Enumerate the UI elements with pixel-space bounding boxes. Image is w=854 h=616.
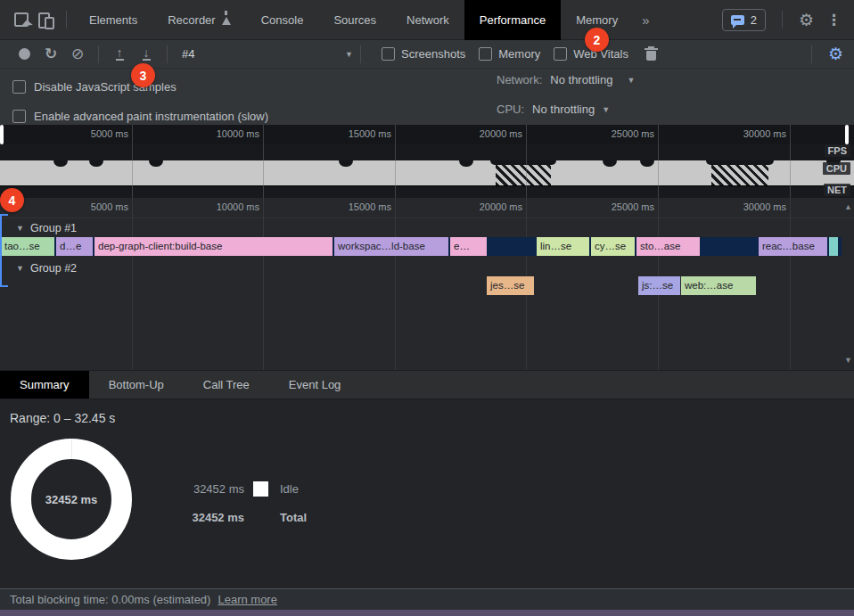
tab-console[interactable]: Console xyxy=(246,0,319,40)
memory-checkbox[interactable] xyxy=(479,47,492,61)
flame-bar[interactable]: e… xyxy=(450,237,487,256)
flame-bar[interactable] xyxy=(829,237,838,256)
flame-bar[interactable]: jes…se xyxy=(487,276,534,295)
separator xyxy=(98,45,99,63)
overview-tick-label: 5000 ms xyxy=(0,128,128,139)
memory-checkbox-row[interactable]: Memory xyxy=(479,47,540,61)
dropdown-caret-icon: ▼ xyxy=(602,105,610,114)
gridline xyxy=(395,125,396,198)
overview-tick-label: 20000 ms xyxy=(380,128,522,139)
cpu-hatched-region xyxy=(711,160,768,185)
annotation-badge-4: 4 xyxy=(0,188,24,212)
legend-total-label: Total xyxy=(276,511,307,524)
reload-and-record-button[interactable]: ↻ xyxy=(37,43,64,66)
statusbar: Total blocking time: 0.00ms (estimated) … xyxy=(0,588,854,610)
capture-settings-gear-icon[interactable]: ⚙ xyxy=(828,45,843,62)
device-toolbar-icon[interactable] xyxy=(34,7,59,32)
more-tabs-button[interactable]: » xyxy=(633,12,658,28)
profile-history-select[interactable]: #4 ▼ xyxy=(182,47,353,61)
dropdown-caret-icon: ▼ xyxy=(627,76,635,85)
cpu-track-label: CPU xyxy=(823,162,850,175)
paint-instrumentation-row[interactable]: Enable advanced paint instrumentation (s… xyxy=(12,110,268,123)
range-handle-right[interactable] xyxy=(845,125,849,144)
flame-tick-label: 10000 ms xyxy=(117,201,259,212)
separator xyxy=(782,11,783,29)
details-tabbar: Summary Bottom-Up Call Tree Event Log xyxy=(0,370,854,399)
network-throttling-select[interactable]: Network: No throttling ▼ xyxy=(497,73,635,86)
collapse-triangle-icon: ▼ xyxy=(16,264,24,273)
flame-chart[interactable]: 5000 ms10000 ms15000 ms20000 ms25000 ms3… xyxy=(0,198,854,370)
flame-group-2-header[interactable]: ▼ Group #2 xyxy=(16,260,77,276)
disable-js-checkbox[interactable] xyxy=(12,80,26,94)
donut-legend: 32452 ms Idle 32452 ms Total xyxy=(178,474,307,531)
issues-counter-button[interactable]: 2 xyxy=(722,9,766,31)
cpu-activity-notch xyxy=(459,160,473,167)
flame-tick-label: 15000 ms xyxy=(249,201,391,212)
flame-bar[interactable]: web:…ase xyxy=(681,276,756,295)
issues-count: 2 xyxy=(751,13,757,27)
separator xyxy=(360,45,361,63)
tab-sources[interactable]: Sources xyxy=(318,0,391,40)
tab-network[interactable]: Network xyxy=(391,0,464,40)
screenshots-checkbox[interactable] xyxy=(382,47,395,61)
flame-bar[interactable]: cy…se xyxy=(591,237,635,256)
learn-more-link[interactable]: Learn more xyxy=(218,593,276,606)
tab-recorder[interactable]: Recorder xyxy=(152,0,245,40)
range-label: Range: 0 – 32.45 s xyxy=(10,411,115,425)
tab-event-log[interactable]: Event Log xyxy=(269,371,361,398)
flame-bar[interactable]: d…e xyxy=(56,237,93,256)
flame-bar[interactable]: tao…se xyxy=(1,237,54,256)
flame-ruler: 5000 ms10000 ms15000 ms20000 ms25000 ms3… xyxy=(0,198,854,218)
scroll-down-arrow[interactable]: ▼ xyxy=(844,356,852,365)
overview-tick-label: 10000 ms xyxy=(117,128,259,139)
tab-performance[interactable]: Performance xyxy=(464,0,561,40)
scroll-up-arrow[interactable]: ▲ xyxy=(844,202,852,211)
annotation-badge-2: 2 xyxy=(585,28,609,52)
flame-bar[interactable]: reac…base xyxy=(759,237,827,256)
fps-track-label: FPS xyxy=(825,144,850,157)
delete-recording-trash-icon[interactable] xyxy=(646,51,656,61)
tab-bottom-up[interactable]: Bottom-Up xyxy=(89,371,184,398)
flame-track: tao…sed…edep-graph-client:build-basework… xyxy=(0,237,842,256)
flame-bar[interactable]: lin…se xyxy=(537,237,589,256)
timeline-overview[interactable]: 5000 ms10000 ms15000 ms20000 ms25000 ms3… xyxy=(0,125,854,198)
overview-tick-label: 15000 ms xyxy=(249,128,391,139)
dropdown-caret-icon: ▼ xyxy=(345,50,353,59)
range-handle-left[interactable] xyxy=(0,125,4,144)
clear-recording-button[interactable]: ⊘ xyxy=(64,43,91,66)
settings-gear-icon[interactable]: ⚙ xyxy=(799,12,814,29)
tab-summary[interactable]: Summary xyxy=(0,371,89,398)
cpu-hatched-region xyxy=(496,160,551,185)
experiment-flask-icon xyxy=(222,17,231,25)
web-vitals-checkbox[interactable] xyxy=(554,47,567,61)
screenshots-checkbox-row[interactable]: Screenshots xyxy=(382,47,465,61)
devtools-tabbar: Elements Recorder Console Sources Networ… xyxy=(0,0,854,40)
flame-group-1-header[interactable]: ▼ Group #1 xyxy=(16,220,77,236)
net-overview-row xyxy=(0,185,854,199)
flame-bar[interactable]: workspac…ld-base xyxy=(334,237,448,256)
paint-instrumentation-checkbox[interactable] xyxy=(12,110,26,123)
record-button[interactable] xyxy=(11,43,37,66)
tab-call-tree[interactable]: Call Tree xyxy=(184,371,269,398)
kebab-menu-icon[interactable]: ⋮ xyxy=(823,11,845,29)
performance-toolbar: ↻ ⊘ ↑ ↓ #4 ▼ Screenshots Memory Web Vita… xyxy=(0,40,854,69)
load-profile-button[interactable]: ↑ xyxy=(106,43,133,66)
gridline xyxy=(526,125,527,198)
flame-bar[interactable]: dep-graph-client:build-base xyxy=(94,237,333,256)
cpu-overview-band[interactable] xyxy=(0,160,854,185)
overview-tick-label: 25000 ms xyxy=(512,128,654,139)
tab-elements[interactable]: Elements xyxy=(74,0,152,40)
devtools-window: Elements Recorder Console Sources Networ… xyxy=(0,0,854,616)
inspect-element-icon[interactable] xyxy=(9,7,34,32)
save-profile-button[interactable]: ↓ xyxy=(133,43,160,66)
cpu-throttling-select[interactable]: CPU: No throttling ▼ xyxy=(497,103,610,116)
gridline xyxy=(263,125,264,198)
separator xyxy=(811,45,812,63)
capture-settings-pane: Disable JavaScript samples Enable advanc… xyxy=(0,69,854,125)
legend-total-value: 32452 ms xyxy=(178,511,244,524)
flame-tick-label: 25000 ms xyxy=(512,201,654,212)
flame-bar[interactable]: sto…ase xyxy=(636,237,700,256)
flame-bar[interactable]: js:…se xyxy=(638,276,680,295)
cpu-activity-notch xyxy=(89,160,103,167)
cpu-activity-notch xyxy=(339,160,353,167)
